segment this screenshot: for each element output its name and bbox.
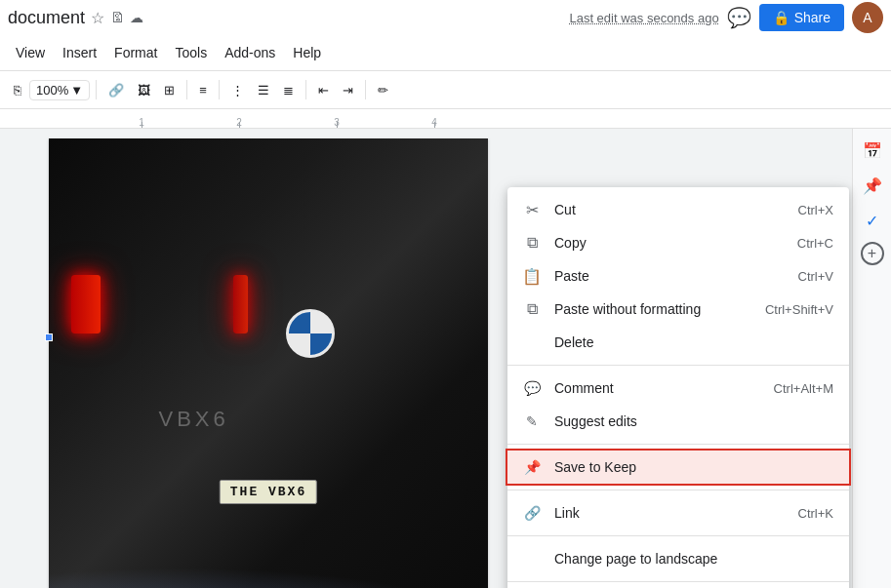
tail-light-left <box>71 275 101 333</box>
ctx-sep-1 <box>507 365 849 366</box>
context-menu: ✂ Cut Ctrl+X ⧉ Copy Ctrl+C 📋 Paste Ctrl+… <box>507 187 849 588</box>
delete-icon <box>523 333 541 351</box>
comment-button[interactable]: 💬 <box>727 6 751 29</box>
list-btn[interactable]: ☰ <box>252 79 275 101</box>
cut-icon: ✂ <box>523 201 541 218</box>
toolbar-sep-5 <box>365 80 366 99</box>
indent-left-btn[interactable]: ⇤ <box>312 79 335 101</box>
cloud-icon[interactable]: ☁ <box>130 10 143 25</box>
menu-item-help[interactable]: Help <box>285 41 329 64</box>
ctx-link-label: Link <box>554 505 785 521</box>
top-bar: document ☆ 🖻 ☁ Last edit was seconds ago… <box>0 0 891 35</box>
ground-glow <box>49 568 488 588</box>
ctx-cut-shortcut: Ctrl+X <box>798 203 833 217</box>
ruler-tick-4: 4 <box>385 117 483 128</box>
ctx-sep-2 <box>507 444 849 445</box>
ctx-paste[interactable]: 📋 Paste Ctrl+V <box>507 259 849 293</box>
ctx-copy-shortcut: Ctrl+C <box>797 236 833 251</box>
ctx-sep-3 <box>507 490 849 490</box>
share-label: Share <box>794 10 830 25</box>
copy-icon: ⧉ <box>523 234 541 252</box>
avatar[interactable]: A <box>852 2 883 33</box>
ctx-suggest[interactable]: ✎ Suggest edits <box>507 405 849 438</box>
star-icon[interactable]: ☆ <box>91 9 104 27</box>
ctx-delete[interactable]: Delete <box>507 326 849 359</box>
ctx-paste-shortcut: Ctrl+V <box>798 269 833 284</box>
ctx-cut-label: Cut <box>554 202 785 217</box>
ctx-link-shortcut: Ctrl+K <box>798 506 833 521</box>
paste-noformat-icon: ⧉ <box>523 300 541 318</box>
sidebar-keep-icon[interactable]: 📌 <box>859 172 886 199</box>
link-ctx-icon: 🔗 <box>523 504 541 522</box>
car-model-text: VBX6 <box>159 407 229 432</box>
share-lock-icon: 🔒 <box>773 10 790 25</box>
sidebar-add-button[interactable]: + <box>861 242 884 265</box>
share-button[interactable]: 🔒 Share <box>759 4 844 31</box>
ctx-comment-shortcut: Ctrl+Alt+M <box>774 381 833 396</box>
sidebar-tasks-icon[interactable]: ✓ <box>859 207 886 234</box>
toolbar-sep-1 <box>96 80 97 99</box>
more-btn[interactable]: ✏ <box>372 79 394 101</box>
toolbar: ⎘ 100% ▼ 🔗 🖼 ⊞ ≡ ⋮ ☰ ≣ ⇤ ⇥ ✏ <box>0 70 891 109</box>
ruler-tick-2: 2 <box>190 117 288 128</box>
tail-light-right <box>233 275 248 333</box>
top-bar-right: Last edit was seconds ago 💬 🔒 Share A <box>569 2 883 33</box>
ctx-landscape[interactable]: Change page to landscape <box>507 542 849 575</box>
menu-item-tools[interactable]: Tools <box>167 41 215 64</box>
link-btn[interactable]: 🔗 <box>102 79 130 101</box>
ctx-save-keep-label: Save to Keep <box>554 459 833 475</box>
ctx-link[interactable]: 🔗 Link Ctrl+K <box>507 496 849 529</box>
ctx-sep-4 <box>507 535 849 536</box>
menu-bar: View Insert Format Tools Add-ons Help <box>0 35 891 70</box>
zoom-selector[interactable]: 100% ▼ <box>29 80 90 100</box>
ctx-paste-no-format[interactable]: ⧉ Paste without formatting Ctrl+Shift+V <box>507 293 849 326</box>
car-image[interactable]: VBX6 THE VBX6 <box>49 138 488 588</box>
ctx-paste-label: Paste <box>554 268 785 284</box>
last-edit-text: Last edit was seconds ago <box>569 11 718 25</box>
numbering-btn[interactable]: ⋮ <box>225 79 250 101</box>
suggest-icon: ✎ <box>523 412 541 430</box>
menu-item-addons[interactable]: Add-ons <box>217 41 283 64</box>
drive-icon[interactable]: 🖻 <box>110 10 124 25</box>
indent-right-btn[interactable]: ⇥ <box>337 79 359 101</box>
ctx-comment[interactable]: 💬 Comment Ctrl+Alt+M <box>507 372 849 405</box>
paste-icon: 📋 <box>523 267 541 285</box>
ctx-copy[interactable]: ⧉ Copy Ctrl+C <box>507 226 849 259</box>
ctx-save-keep[interactable]: 📌 Save to Keep <box>507 451 849 484</box>
align-btn[interactable]: ≡ <box>193 79 213 101</box>
ruler-tick-1: 1 <box>93 117 190 128</box>
document-page: VBX6 THE VBX6 <box>49 138 488 588</box>
menu-item-insert[interactable]: Insert <box>55 41 104 64</box>
landscape-icon <box>523 550 541 568</box>
toolbar-sep-4 <box>305 80 306 99</box>
list-style-btn[interactable]: ≣ <box>277 79 300 101</box>
ctx-copy-label: Copy <box>554 235 784 251</box>
ctx-sep-5 <box>507 581 849 582</box>
top-bar-icons: ☆ 🖻 ☁ <box>91 9 143 27</box>
ctx-paste-noformat-label: Paste without formatting <box>554 301 751 317</box>
toolbar-sep-2 <box>186 80 187 99</box>
zoom-arrow: ▼ <box>70 83 83 98</box>
doc-title[interactable]: document <box>8 8 85 28</box>
ctx-paste-noformat-shortcut: Ctrl+Shift+V <box>765 302 833 317</box>
selection-handle-left[interactable] <box>45 333 53 341</box>
ruler-tick-3: 3 <box>288 117 385 128</box>
ctx-cut[interactable]: ✂ Cut Ctrl+X <box>507 193 849 226</box>
ctx-suggest-label: Suggest edits <box>554 413 833 429</box>
comment-ctx-icon: 💬 <box>523 379 541 397</box>
toolbar-mode-btn[interactable]: ⎘ <box>8 79 27 101</box>
license-plate: THE VBX6 <box>220 480 317 504</box>
sidebar-calendar-icon[interactable]: 📅 <box>859 137 886 164</box>
image-btn[interactable]: 🖼 <box>132 79 156 101</box>
image2-btn[interactable]: ⊞ <box>158 79 181 101</box>
menu-item-format[interactable]: Format <box>106 41 165 64</box>
bmw-logo <box>286 309 335 358</box>
ctx-delete-label: Delete <box>554 334 833 350</box>
doc-area: VBX6 THE VBX6 📅 📌 ✓ + + ✂ Cut Ctrl+X ⧉ C… <box>0 129 891 588</box>
right-sidebar: 📅 📌 ✓ + <box>852 129 891 588</box>
ruler: 1 2 3 4 <box>0 109 891 129</box>
menu-item-view[interactable]: View <box>8 41 53 64</box>
keep-icon: 📌 <box>523 458 541 476</box>
ctx-comment-label: Comment <box>554 380 760 396</box>
toolbar-sep-3 <box>219 80 220 99</box>
